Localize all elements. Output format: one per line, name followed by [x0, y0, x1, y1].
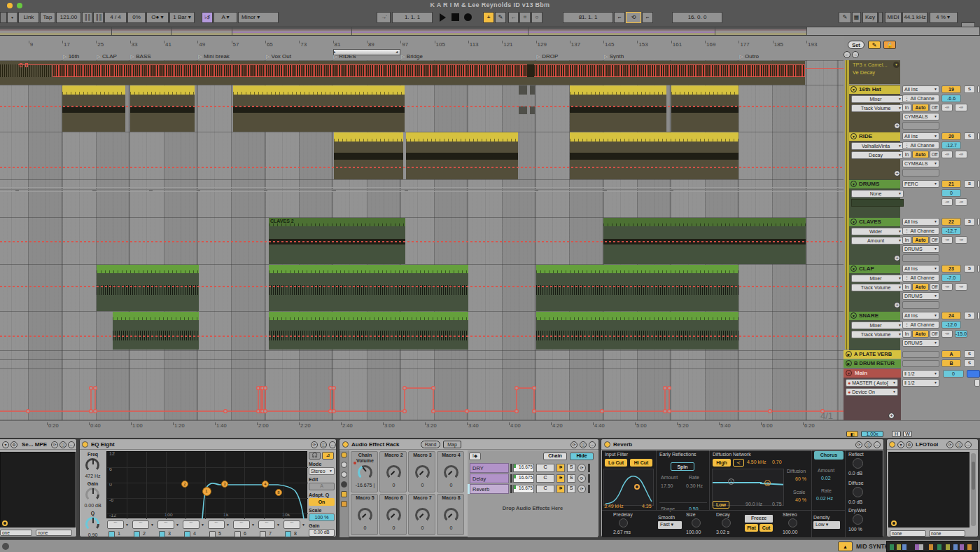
- plugin-param-2[interactable]: none: [929, 530, 965, 537]
- chain-volume[interactable]: 16.675: [513, 464, 534, 472]
- band-checkbox[interactable]: [285, 531, 291, 537]
- send-a-value[interactable]: -∞: [941, 198, 953, 206]
- tap-tempo-button[interactable]: Tap: [40, 12, 55, 23]
- macro-knob[interactable]: [386, 508, 401, 523]
- filter-type-box[interactable]: ⌒: [208, 520, 225, 529]
- knob[interactable]: [85, 458, 99, 472]
- clip-hat[interactable]: [130, 85, 195, 132]
- chain-solo[interactable]: S: [567, 485, 575, 493]
- zoom-height-button[interactable]: H: [892, 431, 901, 437]
- midi-channel-badge[interactable]: 24: [941, 312, 961, 319]
- filter-type-box[interactable]: ⌒: [132, 520, 149, 529]
- band-filter-cell[interactable]: ⌒▼: [284, 520, 307, 529]
- track-title[interactable]: ▼16th Hat: [849, 85, 900, 94]
- punch-out-button[interactable]: ○: [531, 12, 542, 23]
- arrangement-overview[interactable]: [0, 27, 980, 36]
- rail-icon[interactable]: [341, 501, 347, 507]
- add-automation-lane-button[interactable]: +: [894, 302, 900, 308]
- solo-button[interactable]: S: [964, 359, 975, 367]
- macro-knob[interactable]: [358, 508, 372, 523]
- monitor-in[interactable]: In: [902, 236, 911, 244]
- reverb-knob[interactable]: [853, 458, 863, 469]
- device-chooser[interactable]: Mixer ▼: [851, 95, 904, 103]
- clip-clap[interactable]: [536, 265, 738, 311]
- cpu-meter[interactable]: 4 % ▾: [930, 12, 958, 23]
- input-chooser[interactable]: ⋮ All Channe ▼: [902, 142, 939, 149]
- unfold-icon[interactable]: ▶: [846, 351, 852, 357]
- input-chooser[interactable]: ⋮ All Channe ▼: [902, 321, 939, 329]
- device-chooser[interactable]: Amount ▼: [851, 237, 904, 244]
- device-icon[interactable]: ⋯: [68, 441, 75, 448]
- punch-in-switch[interactable]: ⌐: [614, 12, 625, 23]
- loop-end-handle[interactable]: ◂: [396, 50, 398, 55]
- plugin-param-1[interactable]: none: [890, 530, 926, 537]
- band-filter-cell[interactable]: ⌒▼: [132, 520, 156, 529]
- band-toggle-cell[interactable]: 8: [285, 531, 306, 538]
- mini-clip[interactable]: [530, 106, 535, 114]
- band-filter-cell[interactable]: ⌒▼: [233, 520, 257, 529]
- add-automation-lane-button[interactable]: +: [888, 413, 895, 419]
- band-toggle-cell[interactable]: 2: [134, 531, 155, 538]
- device-titlebar[interactable]: Reverb⟳◫⋯: [601, 439, 883, 450]
- tempo-field[interactable]: 121.00: [56, 12, 81, 23]
- rail-icon[interactable]: [341, 452, 347, 458]
- output-chooser[interactable]: DRUMS ▼: [902, 292, 939, 300]
- input-chooser[interactable]: All Ins ▼: [902, 312, 939, 319]
- eq-band-dot[interactable]: 8: [275, 489, 282, 496]
- monitor-in[interactable]: In: [902, 330, 911, 338]
- device-icon[interactable]: ◫: [955, 441, 962, 448]
- crossfader-box[interactable]: [967, 370, 980, 378]
- scale-name-menu[interactable]: Minor ▾: [238, 12, 279, 23]
- chain-solo[interactable]: S: [567, 474, 575, 483]
- input-chooser[interactable]: ⋮ All Channe ▼: [902, 227, 939, 235]
- overview-segment[interactable]: [807, 27, 980, 35]
- monitor-off[interactable]: Off: [930, 283, 939, 291]
- main-track-header[interactable]: ▼Main: [844, 369, 901, 378]
- knob[interactable]: [85, 517, 99, 531]
- macro-knob[interactable]: [415, 508, 430, 523]
- main-volume-value[interactable]: 0: [943, 370, 964, 378]
- return-badge[interactable]: B: [941, 359, 961, 367]
- output-chooser[interactable]: DRUMS ▼: [902, 339, 939, 347]
- input-chooser[interactable]: PERC ▼: [902, 180, 939, 188]
- crossfade-a[interactable]: ‖ 1/2 ▼: [902, 370, 939, 378]
- locator[interactable]: ▷ RIDES: [334, 53, 356, 60]
- chain-activator[interactable]: 🕪: [556, 474, 565, 483]
- chain-hotswap[interactable]: ⟳: [578, 474, 586, 483]
- input-chooser[interactable]: All Ins ▼: [902, 265, 939, 272]
- nudge-down-button[interactable]: ║║: [82, 12, 92, 23]
- locator[interactable]: ▷ 16th: [63, 53, 79, 60]
- record-button[interactable]: [464, 13, 472, 21]
- unfold-icon[interactable]: ▼: [850, 133, 857, 139]
- clip-ride[interactable]: [570, 132, 738, 179]
- band-toggle-cell[interactable]: 5: [209, 531, 230, 538]
- add-automation-lane-button[interactable]: +: [894, 255, 900, 261]
- overview-segment[interactable]: [715, 27, 807, 35]
- gain-value[interactable]: 0.00 dB: [309, 529, 335, 537]
- audition-icon[interactable]: ◧: [846, 431, 858, 437]
- clip-snare[interactable]: [536, 312, 738, 350]
- device-titlebar[interactable]: ▾⚙LFOTool⟳◫⋯: [887, 439, 978, 450]
- overview-segment[interactable]: [232, 27, 352, 35]
- band-checkbox[interactable]: [260, 531, 266, 537]
- unfold-icon[interactable]: ▼: [850, 219, 857, 225]
- eq-band-dot[interactable]: 1: [202, 487, 211, 496]
- device-on-led[interactable]: [604, 441, 610, 448]
- loop-switch[interactable]: ⟲: [626, 12, 641, 23]
- io-dropdown[interactable]: ▾: [7, 12, 18, 23]
- audition-button[interactable]: 🎧: [309, 452, 321, 460]
- chain-io-button[interactable]: I◆: [469, 453, 481, 460]
- macro-knob[interactable]: [444, 508, 458, 523]
- rail-icon[interactable]: [341, 491, 347, 497]
- solo-button[interactable]: S: [964, 265, 975, 272]
- monitor-in[interactable]: In: [902, 283, 911, 291]
- filter-type-box[interactable]: ⌒: [284, 520, 300, 529]
- shelf-icon[interactable]: ≺: [733, 459, 744, 467]
- device-icon[interactable]: ⟳: [51, 441, 58, 448]
- unfold-icon[interactable]: ▼: [846, 370, 852, 376]
- knob[interactable]: [85, 488, 99, 502]
- eq-band-dot[interactable]: 4: [262, 481, 269, 488]
- unfold-icon[interactable]: ▼: [850, 265, 857, 272]
- quantization-menu[interactable]: 1 Bar ▾: [169, 12, 195, 23]
- mini-clip[interactable]: [519, 106, 527, 114]
